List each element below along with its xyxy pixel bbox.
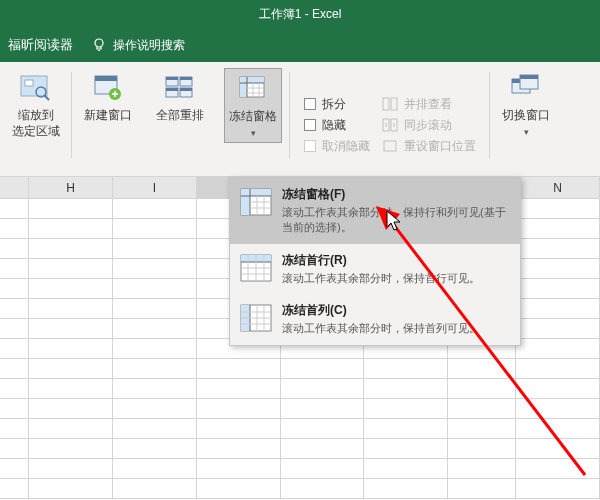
cell[interactable] xyxy=(516,399,600,418)
cell[interactable] xyxy=(281,359,365,378)
cell[interactable] xyxy=(0,259,29,278)
cell[interactable] xyxy=(29,219,113,238)
cell[interactable] xyxy=(448,399,516,418)
cell[interactable] xyxy=(29,339,113,358)
cell[interactable] xyxy=(364,379,448,398)
cell[interactable] xyxy=(29,459,113,478)
cell[interactable] xyxy=(0,459,29,478)
col-header[interactable]: H xyxy=(29,177,113,198)
cell[interactable] xyxy=(516,219,600,238)
cell[interactable] xyxy=(516,419,600,438)
cell[interactable] xyxy=(516,199,600,218)
split-option[interactable]: 拆分 xyxy=(304,96,370,113)
cell[interactable] xyxy=(364,459,448,478)
tell-me-search[interactable]: 操作说明搜索 xyxy=(91,37,185,54)
cell[interactable] xyxy=(113,359,197,378)
cell[interactable] xyxy=(113,399,197,418)
tab-foxit-reader[interactable]: 福昕阅读器 xyxy=(8,36,73,54)
dropdown-item-freeze-top-row[interactable]: 冻结首行(R) 滚动工作表其余部分时，保持首行可见。 xyxy=(230,244,520,294)
cell[interactable] xyxy=(29,419,113,438)
cell[interactable] xyxy=(113,219,197,238)
cell[interactable] xyxy=(29,259,113,278)
cell[interactable] xyxy=(113,439,197,458)
cell[interactable] xyxy=(197,439,281,458)
cell[interactable] xyxy=(0,419,29,438)
switch-window-button[interactable]: 切换窗口▾ xyxy=(498,68,554,141)
cell[interactable] xyxy=(29,399,113,418)
new-window-button[interactable]: 新建窗口 xyxy=(80,68,136,126)
col-header[interactable]: I xyxy=(113,177,197,198)
cell[interactable] xyxy=(29,199,113,218)
cell[interactable] xyxy=(197,479,281,498)
zoom-to-selection-button[interactable]: 缩放到 选定区域 xyxy=(8,68,64,141)
dropdown-item-freeze-panes[interactable]: 冻结窗格(F) 滚动工作表其余部分时，保持行和列可见(基于当前的选择)。 xyxy=(230,178,520,244)
cell[interactable] xyxy=(113,259,197,278)
cell[interactable] xyxy=(113,319,197,338)
cell[interactable] xyxy=(0,279,29,298)
cell[interactable] xyxy=(0,399,29,418)
cell[interactable] xyxy=(0,359,29,378)
cell[interactable] xyxy=(516,359,600,378)
cell[interactable] xyxy=(516,339,600,358)
cell[interactable] xyxy=(281,459,365,478)
cell[interactable] xyxy=(448,359,516,378)
cell[interactable] xyxy=(113,299,197,318)
cell[interactable] xyxy=(364,419,448,438)
cell[interactable] xyxy=(113,279,197,298)
cell[interactable] xyxy=(516,319,600,338)
cell[interactable] xyxy=(29,379,113,398)
arrange-all-button[interactable]: 全部重排 xyxy=(152,68,208,126)
cell[interactable] xyxy=(516,439,600,458)
cell[interactable] xyxy=(516,239,600,258)
cell[interactable] xyxy=(364,399,448,418)
cell[interactable] xyxy=(197,359,281,378)
cell[interactable] xyxy=(0,239,29,258)
cell[interactable] xyxy=(516,279,600,298)
cell[interactable] xyxy=(29,359,113,378)
cell[interactable] xyxy=(516,299,600,318)
freeze-panes-button[interactable]: 冻结窗格▾ xyxy=(224,68,282,143)
cell[interactable] xyxy=(281,379,365,398)
cell[interactable] xyxy=(516,479,600,498)
cell[interactable] xyxy=(113,419,197,438)
cell[interactable] xyxy=(113,239,197,258)
cell[interactable] xyxy=(197,379,281,398)
cell[interactable] xyxy=(281,419,365,438)
cell[interactable] xyxy=(29,279,113,298)
cell[interactable] xyxy=(281,399,365,418)
col-header-partial[interactable] xyxy=(0,177,29,198)
col-header[interactable]: N xyxy=(516,177,600,198)
cell[interactable] xyxy=(0,479,29,498)
cell[interactable] xyxy=(281,439,365,458)
cell[interactable] xyxy=(0,199,29,218)
cell[interactable] xyxy=(281,479,365,498)
cell[interactable] xyxy=(364,439,448,458)
cell[interactable] xyxy=(448,419,516,438)
cell[interactable] xyxy=(29,239,113,258)
cell[interactable] xyxy=(364,479,448,498)
cell[interactable] xyxy=(448,459,516,478)
cell[interactable] xyxy=(516,379,600,398)
cell[interactable] xyxy=(0,439,29,458)
cell[interactable] xyxy=(448,379,516,398)
cell[interactable] xyxy=(0,379,29,398)
cell[interactable] xyxy=(29,479,113,498)
cell[interactable] xyxy=(113,339,197,358)
cell[interactable] xyxy=(516,459,600,478)
cell[interactable] xyxy=(197,419,281,438)
cell[interactable] xyxy=(29,319,113,338)
cell[interactable] xyxy=(448,479,516,498)
cell[interactable] xyxy=(0,219,29,238)
cell[interactable] xyxy=(197,399,281,418)
cell[interactable] xyxy=(113,199,197,218)
cell[interactable] xyxy=(113,379,197,398)
dropdown-item-freeze-first-col[interactable]: 冻结首列(C) 滚动工作表其余部分时，保持首列可见。 xyxy=(230,294,520,344)
cell[interactable] xyxy=(448,439,516,458)
cell[interactable] xyxy=(364,359,448,378)
cell[interactable] xyxy=(113,479,197,498)
cell[interactable] xyxy=(113,459,197,478)
cell[interactable] xyxy=(0,299,29,318)
cell[interactable] xyxy=(29,439,113,458)
cell[interactable] xyxy=(29,299,113,318)
hide-option[interactable]: 隐藏 xyxy=(304,117,370,134)
